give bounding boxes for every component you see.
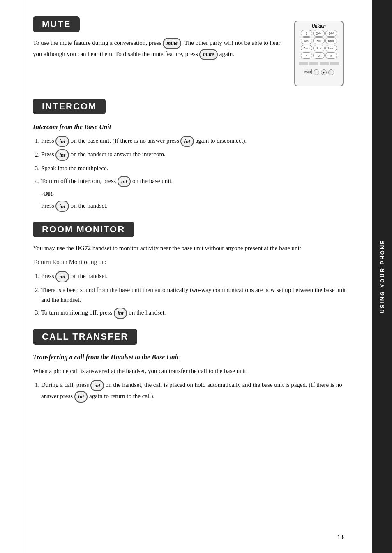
int-btn-3: int: [55, 149, 69, 160]
phone-key-star: *: [301, 52, 312, 59]
int-btn-5: int: [55, 201, 69, 212]
phone-key-1: 1: [301, 30, 312, 37]
room-monitor-step-1: Press int on the handset.: [41, 271, 348, 282]
mute-body: To use the mute feature during a convers…: [33, 38, 286, 60]
phone-key-hash: #: [325, 52, 337, 59]
phone-key-7: 7pqrs: [301, 45, 312, 51]
intercom-step-2: Press int on the handset to answer the i…: [41, 149, 348, 160]
int-btn-1: int: [55, 136, 69, 147]
room-monitor-steps: Press int on the handset. There is a bee…: [33, 271, 348, 319]
mute-button-inline2: mute: [199, 49, 218, 60]
int-btn-ct-2: int: [74, 391, 88, 402]
mute-key: mute: [304, 69, 312, 74]
intercom-step-1: Press int on the base unit. (If there is…: [41, 136, 348, 147]
mute-header: MUTE: [33, 16, 80, 32]
phone-key-6: 6mno: [325, 37, 337, 44]
phone-bottom: mute ▼: [304, 68, 334, 75]
phone-keypad: 1 2abc 3def 4ghi 5jkl 6mno 7pqrs 8tuv 9w…: [301, 30, 337, 59]
intercom-step-3: Speak into the mouthpiece.: [41, 163, 348, 174]
mute-button-inline1: mute: [163, 38, 181, 49]
call-transfer-step-1: During a call, press int on the handset,…: [41, 380, 348, 403]
int-btn-ct-1: int: [90, 380, 104, 391]
call-transfer-steps: During a call, press int on the handset,…: [33, 380, 348, 403]
nav-circle-1: [314, 69, 319, 75]
phone-key-8: 8tuv: [313, 45, 325, 51]
main-content: MUTE To use the mute feature during a co…: [0, 0, 372, 553]
mute-section: MUTE To use the mute feature during a co…: [33, 16, 348, 86]
int-btn-rm-2: int: [114, 308, 127, 319]
phone-image: Uniden 1 2abc 3def 4ghi 5jkl 6mno 7pqrs …: [294, 21, 348, 86]
phone-key-4: 4ghi: [301, 37, 312, 44]
call-transfer-intro: When a phone call is answered at the han…: [33, 366, 348, 376]
phone-indicators: [297, 62, 341, 65]
intercom-section: INTERCOM Intercom from the Base Unit Pre…: [33, 99, 348, 212]
room-monitor-step-2: There is a beep sound from the base unit…: [41, 285, 348, 305]
intercom-header: INTERCOM: [33, 99, 106, 114]
intercom-subheading: Intercom from the Base Unit: [33, 123, 348, 131]
phone-key-3: 3def: [325, 30, 337, 37]
phone-key-9: 9wxyz: [325, 45, 337, 51]
indicator-4: [330, 62, 339, 65]
indicator-2: [309, 62, 318, 65]
intercom-steps: Press int on the base unit. (If there is…: [33, 136, 348, 212]
nav-down: ▼: [321, 69, 327, 75]
intercom-step-4: To turn off the intercom, press int on t…: [41, 176, 348, 212]
room-monitor-header: ROOM MONITOR: [33, 222, 134, 237]
mute-text-block: MUTE To use the mute feature during a co…: [33, 16, 294, 64]
int-btn-rm-1: int: [55, 271, 69, 282]
phone-brand: Uniden: [312, 24, 326, 28]
phone-key-5: 5jkl: [313, 37, 325, 44]
call-transfer-subheading: Transferring a call from the Handset to …: [33, 354, 348, 361]
sidebar: USING YOUR PHONE: [372, 0, 392, 553]
phone-key-2: 2abc: [313, 30, 325, 37]
nav-circle-2: [328, 69, 334, 75]
left-border: [25, 0, 25, 553]
phone-key-0: 0: [313, 52, 325, 59]
room-monitor-step-3: To turn monitoring off, press int on the…: [41, 308, 348, 319]
call-transfer-header: CALL TRANSFER: [33, 329, 137, 345]
or-label: -OR-: [41, 189, 348, 199]
call-transfer-section: CALL TRANSFER Transferring a call from t…: [33, 329, 348, 403]
indicator-1: [299, 62, 308, 65]
model-name: DG72: [75, 245, 91, 251]
int-btn-2: int: [180, 136, 194, 147]
int-btn-4: int: [118, 176, 131, 187]
room-monitor-turn-on: To turn Room Monitoring on:: [33, 257, 348, 267]
sidebar-text: USING YOUR PHONE: [379, 240, 385, 314]
phone-nav: ▼: [314, 69, 334, 75]
indicator-3: [320, 62, 329, 65]
room-monitor-intro: You may use the DG72 handset to monitor …: [33, 243, 348, 253]
room-monitor-section: ROOM MONITOR You may use the DG72 handse…: [33, 222, 348, 319]
page-number: 13: [337, 534, 344, 541]
phone-device: Uniden 1 2abc 3def 4ghi 5jkl 6mno 7pqrs …: [294, 21, 344, 86]
